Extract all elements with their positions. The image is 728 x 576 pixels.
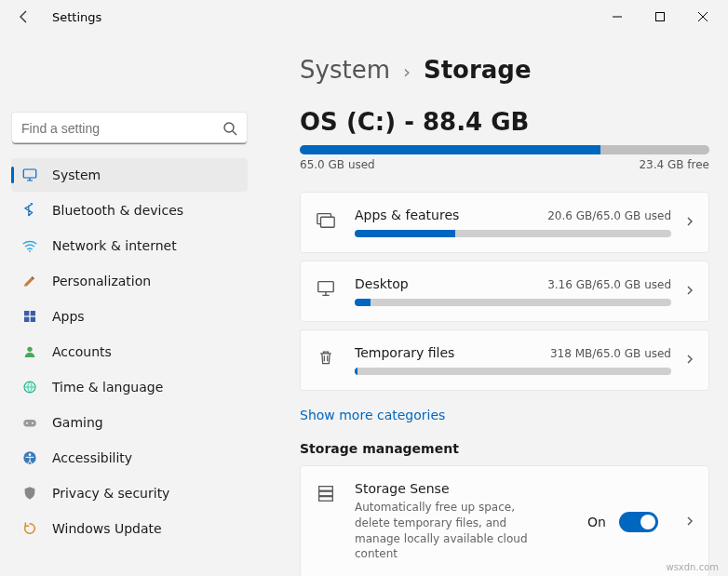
category-bar-fill — [355, 299, 371, 306]
maximize-button[interactable] — [639, 0, 681, 33]
storage-sense-card[interactable]: Storage Sense Automatically free up spac… — [300, 465, 709, 576]
sidebar-item-system[interactable]: System — [11, 158, 248, 192]
sidebar-item-label: Gaming — [52, 415, 103, 430]
sidebar-item-accessibility[interactable]: Accessibility — [11, 441, 248, 475]
system-icon — [20, 166, 39, 184]
svg-point-12 — [32, 422, 34, 424]
toggle-label: On — [587, 515, 606, 529]
sidebar-item-label: Bluetooth & devices — [52, 203, 183, 218]
storage-category-apps[interactable]: Apps & features 20.6 GB/65.0 GB used — [300, 192, 709, 253]
sidebar-item-gaming[interactable]: Gaming — [11, 406, 248, 439]
chevron-right-icon — [684, 215, 695, 230]
storage-sense-toggle[interactable] — [619, 512, 658, 532]
sidebar-item-label: System — [52, 167, 101, 182]
sidebar-item-privacy[interactable]: Privacy & security — [11, 476, 248, 510]
svg-point-14 — [29, 453, 32, 456]
sidebar-item-bluetooth[interactable]: Bluetooth & devices — [11, 194, 248, 227]
storage-sense-icon — [316, 483, 336, 503]
close-icon — [698, 12, 708, 21]
breadcrumb-current: Storage — [424, 56, 532, 84]
svg-point-1 — [224, 123, 234, 132]
svg-rect-4 — [24, 311, 29, 315]
sidebar-item-time[interactable]: Time & language — [11, 370, 248, 404]
storage-category-temp[interactable]: Temporary files 318 MB/65.0 GB used — [300, 329, 709, 391]
svg-rect-5 — [31, 311, 35, 315]
category-title: Temporary files — [355, 345, 454, 360]
sidebar-item-label: Time & language — [52, 380, 163, 395]
category-title: Desktop — [355, 276, 409, 291]
storage-sense-description: Automatically free up space, delete temp… — [355, 500, 550, 562]
sidebar-item-label: Personalization — [52, 274, 151, 288]
category-usage: 318 MB/65.0 GB used — [550, 347, 671, 360]
watermark: wsxdn.com — [666, 562, 719, 572]
person-icon — [20, 342, 39, 361]
drive-usage-bar — [300, 145, 709, 154]
svg-rect-10 — [23, 420, 36, 427]
window-title: Settings — [52, 10, 101, 24]
category-usage: 20.6 GB/65.0 GB used — [547, 209, 671, 222]
sidebar-item-label: Windows Update — [52, 521, 162, 536]
storage-category-desktop[interactable]: Desktop 3.16 GB/65.0 GB used — [300, 261, 709, 322]
svg-rect-17 — [318, 282, 334, 292]
sidebar-item-accounts[interactable]: Accounts — [11, 335, 248, 368]
sidebar-item-label: Privacy & security — [52, 486, 169, 501]
apps-icon — [20, 307, 39, 326]
svg-point-3 — [29, 250, 31, 252]
category-title: Apps & features — [355, 208, 459, 222]
sidebar-item-label: Accounts — [52, 344, 112, 359]
storage-sense-title: Storage Sense — [355, 481, 587, 496]
sidebar-item-network[interactable]: Network & internet — [11, 229, 248, 262]
svg-rect-0 — [656, 13, 665, 21]
chevron-right-icon: › — [403, 60, 411, 83]
svg-point-11 — [26, 422, 28, 424]
chevron-right-icon — [684, 515, 695, 529]
svg-rect-19 — [319, 491, 333, 496]
main-content: System › Storage OS (C:) - 88.4 GB 65.0 … — [259, 33, 728, 576]
trash-icon — [316, 347, 336, 368]
drive-free-label: 23.4 GB free — [639, 158, 709, 171]
maximize-icon — [655, 12, 665, 21]
drive-usage-fill — [300, 145, 600, 154]
bluetooth-icon — [20, 201, 39, 220]
accessibility-icon — [20, 449, 39, 467]
category-bar-fill — [355, 368, 357, 375]
breadcrumb: System › Storage — [300, 56, 709, 84]
apps-features-icon — [316, 209, 336, 230]
sidebar-item-update[interactable]: Windows Update — [11, 512, 248, 545]
search-input[interactable] — [21, 121, 222, 136]
back-button[interactable] — [13, 6, 35, 28]
search-box[interactable] — [11, 112, 248, 145]
wifi-icon — [20, 236, 39, 255]
sidebar-item-label: Network & internet — [52, 238, 177, 253]
update-icon — [20, 519, 39, 538]
globe-icon — [20, 378, 39, 396]
search-icon — [222, 121, 237, 136]
svg-point-8 — [27, 347, 32, 352]
svg-rect-20 — [319, 497, 333, 502]
sidebar-item-apps[interactable]: Apps — [11, 300, 248, 333]
sidebar-item-personalization[interactable]: Personalization — [11, 264, 248, 298]
drive-title: OS (C:) - 88.4 GB — [300, 108, 709, 136]
back-arrow-icon — [17, 9, 32, 24]
drive-used-label: 65.0 GB used — [300, 158, 375, 171]
svg-rect-2 — [23, 169, 36, 178]
svg-rect-6 — [24, 317, 29, 322]
minimize-icon — [613, 12, 622, 21]
sidebar-item-label: Accessibility — [52, 450, 132, 465]
paintbrush-icon — [20, 272, 39, 290]
storage-management-heading: Storage management — [300, 441, 709, 456]
chevron-right-icon — [684, 284, 695, 299]
svg-rect-7 — [31, 317, 35, 322]
sidebar-item-label: Apps — [52, 309, 85, 324]
show-more-categories-link[interactable]: Show more categories — [300, 408, 709, 422]
minimize-button[interactable] — [596, 0, 639, 33]
breadcrumb-parent[interactable]: System — [300, 56, 390, 84]
svg-rect-18 — [319, 487, 333, 491]
sidebar: System Bluetooth & devices Network & int… — [0, 33, 259, 576]
category-bar-fill — [355, 230, 455, 237]
category-usage: 3.16 GB/65.0 GB used — [547, 278, 671, 291]
desktop-icon — [316, 278, 336, 299]
close-button[interactable] — [681, 0, 724, 33]
svg-rect-16 — [321, 217, 335, 227]
gamepad-icon — [20, 413, 39, 432]
